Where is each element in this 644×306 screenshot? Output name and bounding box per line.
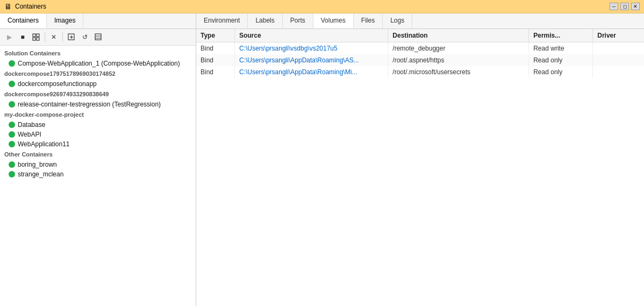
tree-item-dockercomposefunctionapp[interactable]: dockercomposefunctionapp: [0, 79, 196, 89]
col-header-type[interactable]: Type: [196, 29, 234, 42]
running-indicator: [9, 81, 15, 87]
running-indicator: [9, 131, 15, 138]
title-bar-icon: 🖥: [4, 2, 12, 11]
running-indicator: [9, 60, 15, 67]
attach-button[interactable]: [30, 31, 42, 43]
cell-destination: /root/.microsoft/usersecrets: [388, 66, 529, 78]
minimize-button[interactable]: ─: [610, 3, 618, 10]
refresh-button[interactable]: ↺: [79, 31, 91, 43]
col-header-permissions[interactable]: Permis...: [529, 29, 593, 42]
close-button[interactable]: ✕: [631, 3, 640, 10]
tab-ports[interactable]: Ports: [283, 13, 313, 29]
tree-item-boring-brown[interactable]: boring_brown: [0, 160, 196, 169]
tab-environment[interactable]: Environment: [196, 13, 248, 29]
table-row: BindC:\Users\prsangli\vsdbg\vs2017u5/rem…: [196, 42, 644, 55]
cell-source[interactable]: C:\Users\prsangli\AppData\Roaming\AS...: [234, 54, 388, 66]
running-indicator: [9, 171, 15, 177]
tab-images[interactable]: Images: [47, 13, 83, 29]
tree-item-compose-webapplication[interactable]: Compose-WebApplication_1 (Compose-WebApp…: [0, 59, 196, 68]
left-panel: Containers Images ▶ ■ ✕: [0, 13, 196, 306]
cell-source[interactable]: C:\Users\prsangli\AppData\Roaming\Mi...: [234, 66, 388, 78]
title-bar-title: Containers: [15, 3, 46, 10]
source-link[interactable]: C:\Users\prsangli\AppData\Roaming\Mi...: [239, 68, 357, 76]
cell-destination: /root/.aspnet/https: [388, 54, 529, 66]
cell-type: Bind: [196, 42, 234, 55]
tab-files[interactable]: Files: [354, 13, 383, 29]
group-my-docker-compose: my-docker-compose-project: [0, 109, 196, 120]
tree-item-webapi[interactable]: WebAPI: [0, 130, 196, 139]
table-row: BindC:\Users\prsangli\AppData\Roaming\AS…: [196, 54, 644, 66]
tab-containers[interactable]: Containers: [0, 13, 47, 29]
group-solution-containers: Solution Containers: [0, 48, 196, 59]
stop-button[interactable]: ■: [17, 31, 28, 43]
cell-permissions: Read only: [529, 54, 593, 66]
tab-logs[interactable]: Logs: [383, 13, 412, 29]
more-button[interactable]: [92, 31, 104, 43]
running-indicator: [9, 141, 15, 147]
left-tabs-bar: Containers Images: [0, 13, 196, 29]
tree-item-webapplication11[interactable]: WebApplication11: [0, 139, 196, 149]
cell-permissions: Read write: [529, 42, 593, 55]
cell-driver: [593, 54, 644, 66]
cell-driver: [593, 66, 644, 78]
toolbar-divider: [45, 32, 45, 42]
tree-item-strange-mclean[interactable]: strange_mclean: [0, 169, 196, 179]
tree-area: Solution Containers Compose-WebApplicati…: [0, 46, 196, 306]
group-other-containers: Other Containers: [0, 149, 196, 160]
table-row: BindC:\Users\prsangli\AppData\Roaming\Mi…: [196, 66, 644, 78]
svg-rect-7: [95, 34, 101, 40]
svg-rect-0: [33, 34, 35, 37]
toolbar: ▶ ■ ✕ ↺: [0, 29, 196, 46]
group-dockercompose1: dockercompose17975178969030174852: [0, 68, 196, 79]
tree-item-release-container[interactable]: release-container-testregression (TestRe…: [0, 99, 196, 109]
running-indicator: [9, 161, 15, 168]
source-link[interactable]: C:\Users\prsangli\AppData\Roaming\AS...: [239, 56, 359, 64]
svg-rect-3: [37, 38, 39, 40]
group-dockercompose2: dockercompose9269749332908386​49: [0, 89, 196, 99]
col-header-driver[interactable]: Driver: [593, 29, 644, 42]
restore-button[interactable]: ◻: [620, 3, 629, 10]
col-header-source[interactable]: Source: [234, 29, 388, 42]
volumes-table-container: Type Source Destination Permis... Driver…: [196, 29, 644, 306]
cell-type: Bind: [196, 66, 234, 78]
source-link[interactable]: C:\Users\prsangli\vsdbg\vs2017u5: [239, 45, 338, 52]
cell-type: Bind: [196, 54, 234, 66]
table-header-row: Type Source Destination Permis... Driver: [196, 29, 644, 42]
col-header-destination[interactable]: Destination: [388, 29, 529, 42]
right-tabs-bar: Environment Labels Ports Volumes Files L…: [196, 13, 644, 29]
right-panel: Environment Labels Ports Volumes Files L…: [196, 13, 644, 306]
main-container: Containers Images ▶ ■ ✕: [0, 13, 644, 306]
play-button[interactable]: ▶: [3, 31, 15, 43]
tab-labels[interactable]: Labels: [248, 13, 282, 29]
tab-volumes[interactable]: Volumes: [313, 13, 354, 29]
running-indicator: [9, 101, 15, 108]
cell-destination: /remote_debugger: [388, 42, 529, 55]
toolbar-divider-2: [62, 32, 63, 42]
new-container-button[interactable]: [66, 31, 77, 43]
title-bar: 🖥 Containers ─ ◻ ✕: [0, 0, 644, 13]
tree-item-database[interactable]: Database: [0, 120, 196, 130]
cell-driver: [593, 42, 644, 55]
volumes-table: Type Source Destination Permis... Driver…: [196, 29, 644, 78]
delete-button[interactable]: ✕: [48, 31, 60, 43]
title-bar-controls: ─ ◻ ✕: [610, 3, 640, 10]
svg-rect-2: [33, 38, 35, 40]
running-indicator: [9, 122, 15, 128]
cell-source[interactable]: C:\Users\prsangli\vsdbg\vs2017u5: [234, 42, 388, 55]
cell-permissions: Read only: [529, 66, 593, 78]
svg-rect-1: [37, 34, 39, 37]
